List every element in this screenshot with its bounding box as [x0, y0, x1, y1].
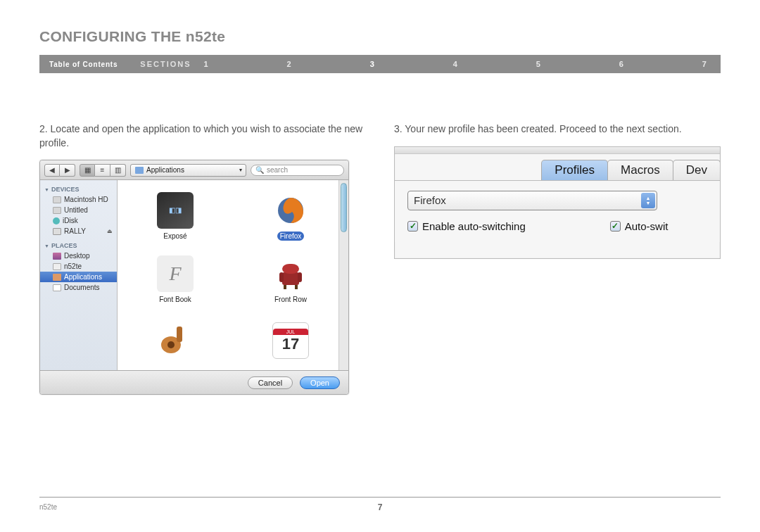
nav-section-1[interactable]: 1 [204, 60, 208, 68]
checkbox-label: Auto-swit [625, 220, 669, 232]
nav-section-4[interactable]: 4 [453, 60, 457, 68]
desktop-icon [53, 253, 61, 260]
app-expose[interactable]: ◧◨ Exposé [118, 184, 233, 248]
firefox-icon [272, 192, 309, 229]
eject-icon[interactable]: ⏏ [107, 228, 113, 234]
app-firefox[interactable]: Firefox [233, 184, 348, 248]
sidebar-item-macintosh-hd[interactable]: Macintosh HD [40, 194, 117, 205]
finder-sidebar: ▼DEVICES Macintosh HD Untitled iDisk RAL… [40, 180, 118, 370]
profiles-panel: Profiles Macros Dev Firefox ▲▼ ✓ Enable … [394, 146, 721, 259]
ical-icon: JUL 17 [272, 322, 309, 359]
checkbox-label: Enable auto-switching [422, 220, 526, 232]
nav-section-5[interactable]: 5 [536, 60, 540, 68]
nav-section-2[interactable]: 2 [287, 60, 291, 68]
profile-selected-label: Firefox [414, 194, 446, 206]
nav-sections-label: SECTIONS [127, 60, 203, 68]
profile-dropdown[interactable]: Firefox ▲▼ [407, 191, 657, 210]
sidebar-item-idisk[interactable]: iDisk [40, 215, 117, 226]
svg-rect-1 [282, 272, 299, 285]
tab-profiles[interactable]: Profiles [541, 160, 608, 180]
finder-toolbar: ◀ ▶ ▦ ≡ ▥ Applications 🔍 search [40, 160, 348, 180]
page-footer: n52te 7 [39, 497, 721, 511]
svg-rect-5 [284, 285, 286, 289]
nav-section-3[interactable]: 3 [370, 60, 374, 68]
location-dropdown[interactable]: Applications [130, 164, 246, 177]
view-columns-button[interactable]: ▥ [110, 164, 126, 177]
app-frontrow[interactable]: Front Row [233, 248, 348, 311]
sidebar-item-documents[interactable]: Documents [40, 282, 117, 293]
footer-product: n52te [39, 503, 57, 511]
back-button[interactable]: ◀ [44, 164, 60, 177]
app-ical[interactable]: JUL 17 [233, 311, 348, 370]
scrollbar-thumb[interactable] [341, 183, 347, 232]
section-navbar: Table of Contents SECTIONS 1 2 3 4 5 6 7 [39, 55, 721, 73]
expose-icon: ◧◨ [157, 192, 194, 229]
app-label: Firefox [277, 232, 305, 241]
tab-macros[interactable]: Macros [607, 160, 673, 180]
svg-rect-9 [177, 327, 182, 342]
hd-icon [53, 196, 61, 203]
svg-point-8 [167, 341, 175, 348]
finder-dialog: ◀ ▶ ▦ ≡ ▥ Applications 🔍 search [39, 160, 349, 395]
location-label: Applications [146, 166, 184, 174]
sidebar-item-desktop[interactable]: Desktop [40, 251, 117, 261]
tabs: Profiles Macros Dev [395, 160, 720, 180]
app-label: Exposé [160, 232, 189, 241]
garageband-icon [157, 322, 194, 359]
app-label [288, 362, 293, 363]
hd-icon [53, 207, 61, 214]
page-number: 7 [378, 502, 383, 512]
view-icons-button[interactable]: ▦ [80, 164, 95, 177]
svg-rect-4 [298, 272, 302, 282]
applications-icon [53, 274, 61, 281]
enable-auto-switching-checkbox[interactable]: ✓ Enable auto-switching [407, 220, 526, 232]
checkbox-checked-icon: ✓ [610, 221, 621, 232]
nav-section-6[interactable]: 6 [619, 60, 623, 68]
checkbox-checked-icon: ✓ [407, 221, 418, 232]
sidebar-item-rally[interactable]: RALLY⏏ [40, 226, 117, 236]
sidebar-item-untitled[interactable]: Untitled [40, 205, 117, 215]
scrollbar[interactable] [338, 180, 348, 370]
idisk-icon [53, 217, 60, 224]
search-icon: 🔍 [255, 166, 264, 174]
step-3-text: 3. Your new profile has been created. Pr… [394, 122, 721, 137]
step-2-text: 2. Locate and open the application to wh… [39, 122, 366, 150]
finder-icon-grid: ◧◨ Exposé Firefox [118, 180, 348, 370]
chevron-updown-icon: ▲▼ [641, 193, 655, 208]
cancel-button[interactable]: Cancel [248, 376, 293, 389]
home-icon [53, 263, 61, 270]
app-fontbook[interactable]: F Font Book [118, 248, 233, 311]
nav-section-7[interactable]: 7 [702, 60, 707, 68]
view-mode-segment[interactable]: ▦ ≡ ▥ [80, 164, 126, 177]
app-label: Font Book [156, 295, 194, 304]
svg-rect-3 [279, 272, 284, 282]
documents-icon [53, 284, 61, 291]
app-label [172, 362, 178, 363]
drive-icon [53, 228, 61, 235]
view-list-button[interactable]: ≡ [95, 164, 110, 177]
sidebar-devices-header: ▼DEVICES [40, 184, 117, 194]
fontbook-icon: F [157, 255, 194, 292]
app-garageband[interactable] [118, 311, 233, 370]
finder-footer: Cancel Open [40, 370, 348, 394]
svg-rect-2 [282, 264, 299, 274]
sidebar-item-applications[interactable]: Applications [40, 272, 117, 282]
forward-button[interactable]: ▶ [60, 164, 75, 177]
sidebar-item-home[interactable]: n52te [40, 261, 117, 272]
sidebar-places-header: ▼PLACES [40, 241, 117, 251]
nav-back-forward[interactable]: ◀ ▶ [44, 164, 75, 177]
nav-toc[interactable]: Table of Contents [39, 61, 127, 68]
svg-rect-6 [295, 285, 298, 289]
search-placeholder: search [267, 166, 288, 174]
frontrow-icon [272, 255, 309, 292]
app-label: Front Row [272, 295, 310, 304]
search-field[interactable]: 🔍 search [251, 165, 344, 176]
open-button[interactable]: Open [300, 376, 340, 389]
auto-switch-checkbox[interactable]: ✓ Auto-swit [610, 220, 669, 232]
folder-icon [135, 167, 144, 174]
page-title: CONFIGURING THE n52te [39, 28, 721, 45]
tab-devices[interactable]: Dev [673, 160, 721, 180]
